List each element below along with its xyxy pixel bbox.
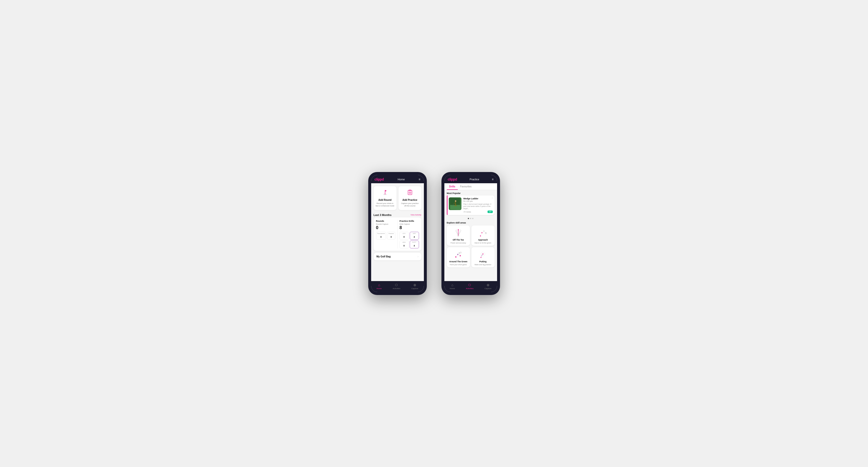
skill-around-the-green[interactable]: Around The Green Hone your short game [447, 247, 470, 268]
app-header: clippd Home ≡ [371, 175, 424, 183]
approach-name: Approach [478, 239, 488, 241]
svg-point-29 [486, 233, 486, 234]
drills-capture-label: Drills Capture [400, 223, 419, 225]
drills-column: Practice Drills Drills Capture 8 OTT 0 A… [400, 220, 419, 248]
activity-section-header: Last 3 Months View Activity [371, 212, 424, 217]
nav-home-label: Home [376, 287, 382, 290]
app-badge: APP [488, 211, 492, 213]
practice-label: Practice [388, 233, 394, 234]
stats-card: Rounds Rounds Capture 0 Tournament 0 Pra… [374, 217, 422, 251]
putt-label: PUTT [411, 242, 418, 243]
off-the-tee-name: Off The Tee [453, 239, 464, 241]
svg-point-22 [458, 229, 459, 230]
bottom-nav-2: ⌂ Home ⚇ Activities ⊕ Capture [444, 281, 497, 292]
svg-point-24 [480, 236, 481, 237]
nav-home[interactable]: ⌂ Home [376, 283, 382, 290]
home-icon-2: ⌂ [451, 283, 453, 287]
tab-favourites[interactable]: Favourites [458, 183, 474, 190]
nav-capture-2[interactable]: ⊕ Capture [485, 283, 492, 290]
dot-2[interactable] [470, 218, 471, 219]
drills-top-sub-row: OTT 0 APP 4 [400, 232, 419, 240]
rounds-title: Rounds [376, 220, 396, 222]
rounds-capture-label: Rounds Capture [376, 223, 396, 225]
practice-content: Most Popular [444, 190, 497, 281]
svg-point-26 [484, 230, 485, 231]
svg-point-38 [461, 252, 461, 253]
ott-label: OTT [401, 233, 407, 234]
tournament-value: 0 [380, 236, 382, 238]
activities-icon: ⚇ [395, 283, 398, 287]
featured-drill-card[interactable]: ☆ Wedge Ladder 50–100 yds Play 1 shot at… [447, 195, 495, 215]
nav-capture[interactable]: ⊕ Capture [411, 283, 418, 290]
app-logo: clippd [375, 177, 384, 181]
svg-line-34 [456, 254, 458, 257]
drills-title: Practice Drills [400, 220, 419, 222]
add-round-card[interactable]: Add Round Record your shots in fast or e… [374, 186, 397, 210]
nav-activities[interactable]: ⚇ Activities [393, 283, 400, 290]
ott-box: OTT 0 [400, 232, 409, 240]
svg-marker-2 [385, 190, 387, 191]
skill-approach[interactable]: Approach Dial-in to hit the green [471, 225, 495, 246]
drill-name: Wedge Ladder [463, 197, 493, 200]
svg-point-3 [384, 194, 386, 194]
arg-box: ARG 0 [400, 241, 409, 248]
tab-drills[interactable]: Drills [447, 183, 458, 190]
svg-point-10 [455, 200, 456, 202]
add-practice-desc: Capture your practice off-the-course [400, 202, 420, 207]
tabs-bar: Drills Favourites [444, 183, 497, 190]
menu-icon[interactable]: ≡ [418, 178, 420, 181]
capture-icon-2: ⊕ [487, 283, 490, 287]
nav-activities-label: Activities [393, 287, 400, 290]
tournament-box: Tournament 0 [376, 232, 386, 240]
putt-box: PUTT 4 [410, 241, 419, 248]
star-icon[interactable]: ☆ [492, 197, 493, 199]
menu-icon-2[interactable]: ≡ [492, 178, 493, 181]
svg-point-7 [409, 192, 410, 193]
putting-name: Putting [479, 260, 486, 263]
activity-title: Last 3 Months [374, 214, 392, 216]
drill-shots-count: 9 shots [465, 211, 471, 213]
around-the-green-name: Around The Green [449, 260, 468, 263]
around-the-green-desc: Hone your short game [450, 264, 467, 266]
nav-home-2[interactable]: ⌂ Home [450, 283, 455, 290]
putting-icon [478, 250, 488, 259]
off-the-tee-icon [454, 228, 463, 238]
app-header-2: clippd Practice ≡ [444, 175, 497, 183]
arg-label: ARG [401, 242, 407, 243]
nav-capture-label: Capture [411, 287, 418, 290]
nav-activities-label-2: Activities [466, 287, 474, 290]
dot-1[interactable] [468, 218, 469, 219]
putt-value: 4 [414, 245, 415, 247]
bottom-nav: ⌂ Home ⚇ Activities ⊕ Capture [371, 281, 424, 292]
approach-desc: Dial-in to hit the green [475, 242, 491, 244]
skill-off-the-tee[interactable]: Off The Tee Power and accuracy [447, 225, 470, 246]
skill-putting[interactable]: Putting Make and lag practice [471, 247, 495, 268]
putting-desc: Make and lag practice [475, 264, 491, 266]
approach-icon [478, 228, 488, 238]
off-the-tee-desc: Power and accuracy [451, 242, 466, 244]
rounds-capture-value: 0 [376, 225, 396, 230]
quick-actions: Add Round Record your shots in fast or e… [371, 183, 424, 212]
page-title-2: Practice [469, 178, 479, 181]
capture-icon: ⊕ [413, 283, 416, 287]
carousel-dots [444, 217, 497, 221]
arg-value: 0 [403, 245, 405, 247]
drill-info: ☆ Wedge Ladder 50–100 yds Play 1 shot at… [463, 197, 493, 213]
drill-thumbnail [449, 197, 461, 210]
nav-activities-2[interactable]: ⚇ Activities [466, 283, 474, 290]
tournament-label: Tournament [377, 233, 385, 234]
drill-footer: ⏱ 9 shots APP [463, 211, 493, 213]
nav-capture-label-2: Capture [485, 287, 492, 290]
add-practice-card[interactable]: Add Practice Capture your practice off-t… [399, 186, 422, 210]
golf-bag-row[interactable]: My Golf Bag › [374, 253, 422, 260]
add-practice-icon [407, 189, 413, 197]
drill-description: Play 1 shot at each target yardage. If y… [463, 203, 493, 210]
dot-3[interactable] [472, 218, 473, 219]
activities-icon-2: ⚇ [468, 283, 471, 287]
view-activity-link[interactable]: View Activity [410, 214, 421, 216]
home-icon: ⌂ [378, 283, 380, 287]
add-round-desc: Record your shots in fast or enhanced mo… [376, 202, 395, 207]
page-title: Home [398, 178, 405, 181]
app-label: APP [411, 233, 418, 234]
chevron-right-icon: › [417, 255, 418, 258]
